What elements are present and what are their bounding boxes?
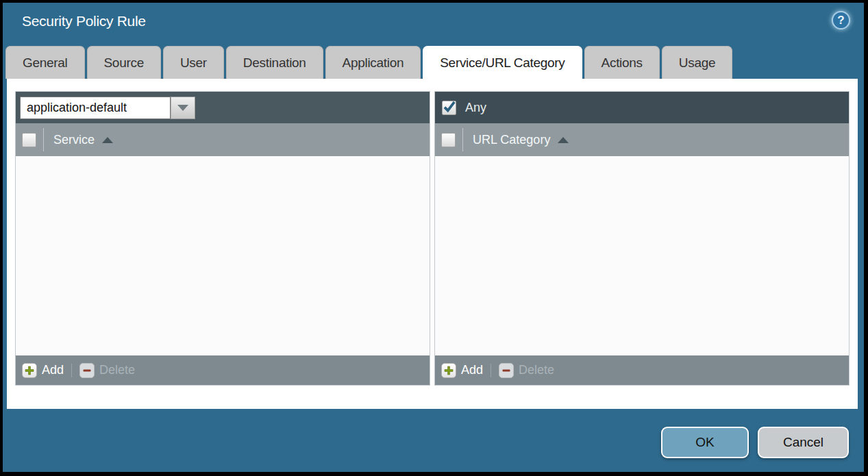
- security-policy-rule-dialog: Security Policy Rule ? General Source Us…: [3, 3, 864, 472]
- tab-bar: General Source User Destination Applicat…: [3, 46, 864, 79]
- delete-url-category-button[interactable]: Delete: [519, 363, 554, 377]
- delete-url-category-icon[interactable]: [499, 363, 514, 378]
- service-panel: application-default Service: [15, 91, 430, 386]
- title-bar: Security Policy Rule ?: [3, 3, 864, 46]
- select-all-url-categories-checkbox[interactable]: [441, 133, 456, 147]
- delete-service-button[interactable]: Delete: [99, 363, 135, 377]
- url-category-panel: Any URL Category Add: [434, 91, 850, 386]
- service-column-header[interactable]: Service: [43, 128, 113, 151]
- delete-url-category-group: Delete: [499, 363, 554, 378]
- service-list[interactable]: [16, 156, 430, 355]
- delete-service-icon[interactable]: [79, 363, 95, 378]
- url-category-footer: Add Delete: [435, 355, 849, 385]
- service-column-label: Service: [53, 133, 95, 147]
- any-checkbox[interactable]: [442, 101, 456, 115]
- dialog-title: Security Policy Rule: [22, 13, 146, 29]
- service-type-dropdown-value[interactable]: application-default: [20, 97, 171, 119]
- tab-usage[interactable]: Usage: [662, 46, 732, 79]
- url-category-table-header: URL Category: [435, 123, 849, 156]
- tab-service-url-category[interactable]: Service/URL Category: [423, 46, 582, 79]
- footer-divider: [491, 364, 491, 377]
- service-toolbar: application-default: [16, 92, 430, 123]
- help-icon[interactable]: ?: [832, 11, 850, 29]
- footer-divider: [71, 364, 72, 377]
- add-url-category-icon[interactable]: [441, 363, 456, 378]
- dialog-action-bar: OK Cancel: [3, 409, 864, 472]
- add-url-category-button[interactable]: Add: [461, 363, 483, 377]
- cancel-button[interactable]: Cancel: [758, 427, 849, 458]
- tab-application[interactable]: Application: [325, 46, 421, 79]
- tab-actions[interactable]: Actions: [584, 46, 660, 79]
- delete-service-group: Delete: [79, 363, 135, 378]
- service-table-header: Service: [16, 123, 430, 156]
- select-all-services-checkbox[interactable]: [22, 133, 36, 147]
- screen-frame: Security Policy Rule ? General Source Us…: [0, 0, 868, 476]
- service-type-dropdown[interactable]: application-default: [20, 97, 195, 119]
- tab-general[interactable]: General: [5, 46, 85, 79]
- ok-button[interactable]: OK: [661, 427, 749, 458]
- add-service-button[interactable]: Add: [42, 363, 64, 377]
- add-service-icon[interactable]: [22, 363, 37, 378]
- tab-source[interactable]: Source: [87, 46, 161, 79]
- url-category-list[interactable]: [435, 156, 849, 355]
- checkmark-icon: [443, 100, 456, 113]
- tab-user[interactable]: User: [163, 46, 224, 79]
- tab-destination[interactable]: Destination: [226, 46, 323, 79]
- sort-ascending-icon: [558, 137, 569, 143]
- tab-content: application-default Service: [7, 79, 858, 409]
- sort-ascending-icon: [102, 137, 113, 143]
- chevron-down-icon[interactable]: [171, 97, 195, 119]
- any-label: Any: [465, 101, 486, 115]
- service-footer: Add Delete: [16, 355, 430, 385]
- url-category-column-header[interactable]: URL Category: [462, 128, 569, 151]
- url-any-row: Any: [435, 92, 849, 123]
- url-category-column-label: URL Category: [473, 133, 550, 147]
